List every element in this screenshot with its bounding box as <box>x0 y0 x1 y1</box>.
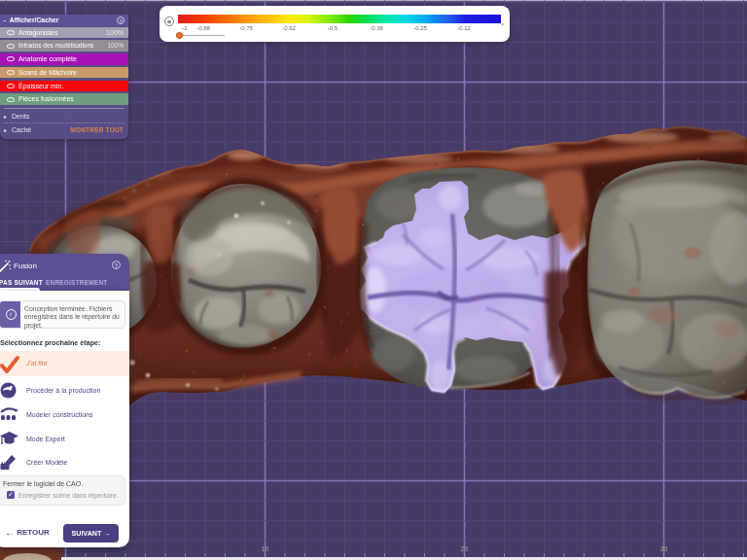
svg-text:10: 10 <box>262 545 269 552</box>
svg-text:20: 20 <box>461 545 469 552</box>
svg-text:30: 30 <box>660 545 668 552</box>
